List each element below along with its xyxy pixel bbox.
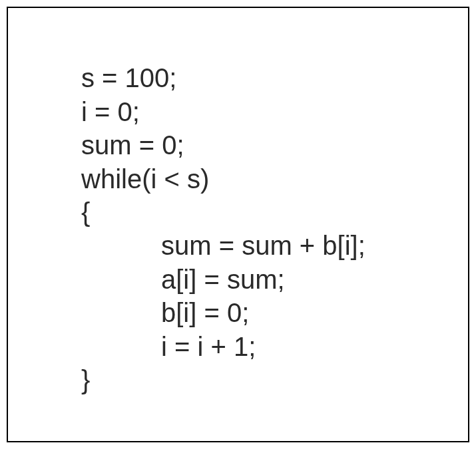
code-line: i = 0; xyxy=(81,97,140,126)
code-line: while(i < s) xyxy=(81,164,209,194)
code-line: i = i + 1; xyxy=(81,332,256,361)
code-line: a[i] = sum; xyxy=(81,265,285,294)
code-line: } xyxy=(81,365,90,394)
code-line: b[i] = 0; xyxy=(81,298,249,327)
code-block: s = 100; i = 0; sum = 0; while(i < s) { … xyxy=(81,28,441,430)
code-line: sum = sum + b[i]; xyxy=(81,231,365,260)
code-line: sum = 0; xyxy=(81,130,184,160)
code-line: s = 100; xyxy=(81,63,176,92)
code-container: s = 100; i = 0; sum = 0; while(i < s) { … xyxy=(7,7,469,442)
code-line: { xyxy=(81,198,90,227)
